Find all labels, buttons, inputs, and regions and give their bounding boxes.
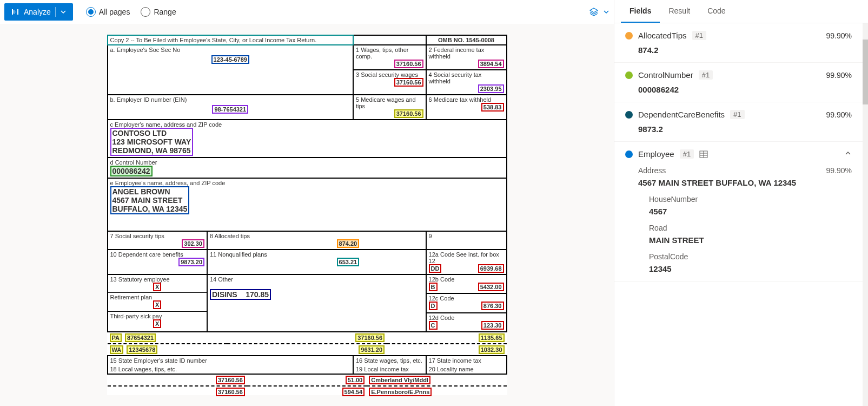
fields-list[interactable]: AllocatedTips #1 99.90% 874.2 ControlNum… [614,23,863,406]
state2-wages: 9631.20 [359,345,385,354]
sub-address-conf: 99.90% [826,166,852,175]
field-allocated-tips[interactable]: AllocatedTips #1 99.90% 874.2 [614,23,863,63]
value-box5: 37160.56 [394,109,423,118]
label-box12c: 12c Code [429,295,454,302]
label-box12d: 12d Code [429,315,455,321]
tab-code[interactable]: Code [699,0,734,23]
analyze-button[interactable]: Analyze [4,3,73,21]
field-value: 874.2 [638,45,852,55]
value-box7: 302.30 [182,239,204,248]
label-box13: 13 Statutory employee [110,276,170,283]
main-panel: Analyze All pages Range [0,0,614,406]
svg-rect-4 [16,11,16,13]
analyze-label: Analyze [24,8,51,16]
sub-postal-label: PostalCode [649,252,852,261]
chevron-down-icon[interactable] [603,9,609,15]
local1-name: Cmberland Vly/Mddl [369,376,430,384]
toolbar: Analyze All pages Range [0,0,614,24]
svg-rect-1 [17,9,18,15]
value-box1: 37160.56 [394,60,423,68]
table-icon [699,150,708,159]
chevron-down-icon [60,9,67,15]
field-dot [625,150,633,158]
document-page: Copy 2 -- To Be Filed with Employee's St… [107,35,507,395]
box12d-val: 123.30 [481,321,504,330]
field-confidence: 99.90% [826,110,852,119]
field-employee[interactable]: Employee #1 Address99.90% 4567 MAIN STRE… [614,142,863,281]
local2-tax: 594.54 [342,388,365,396]
label-box7: 7 Social security tips [110,233,164,239]
label-box10: 10 Dependent care benefits [110,251,183,258]
label-box15: 15 State Employer's state ID number [110,357,207,364]
value-box2: 3894.54 [478,60,504,68]
field-badge: #1 [730,110,744,119]
label-box5: 5 Medicare wages and tips [356,96,416,109]
label-retirement: Retirement plan [110,294,153,300]
value-ein: 98-7654321 [212,105,248,114]
state1: PA [110,333,122,342]
tabs: Fields Result Code [614,0,868,23]
label-box11: 11 Nonqualified plans [210,251,267,258]
box13-ret-x: X [153,300,161,309]
tab-result[interactable]: Result [660,0,699,23]
field-control-number[interactable]: ControlNumber #1 99.90% 000086242 [614,63,863,102]
value-box6: 538.83 [481,103,504,112]
label-box8: 8 Allocated tips [210,233,250,239]
sub-postal-value: 12345 [649,264,852,273]
label-box6: 6 Medicare tax withheld [429,96,492,103]
state1-tax: 1135.65 [479,333,505,342]
value-box8: 874.20 [337,239,360,248]
label-box19: 19 Local income tax [356,366,409,372]
field-name: ControlNumber [638,70,693,80]
field-dependent-care[interactable]: DependentCareBenefits #1 99.90% 9873.2 [614,102,863,142]
state1-id: 87654321 [125,333,156,342]
scrollbar[interactable] [863,23,868,406]
value-employer: CONTOSO LTD 123 MICROSOFT WAY REDMOND, W… [110,128,194,156]
sub-address-label: Address [638,166,666,175]
field-dot [625,111,633,119]
state2: WA [110,345,124,354]
tab-fields[interactable]: Fields [621,0,660,23]
form-omb: OMB NO. 1545-0008 [426,35,507,45]
label-box4: 4 Social security tax withheld [429,71,482,84]
label-control: d Control Number [110,159,157,166]
label-box12a: 12a Code See inst. for box 12 [429,251,499,264]
value-box3: 37160.56 [394,78,423,87]
scrollbar-thumb[interactable] [863,40,868,104]
document-viewer[interactable]: Copy 2 -- To Be Filed with Employee's St… [0,24,614,406]
field-confidence: 99.90% [826,71,852,80]
box13-sick-x: X [153,319,161,328]
label-employer: c Employer's name, address and ZIP code [110,121,222,128]
box12a-val: 6939.68 [478,264,504,273]
label-sickpay: Third-party sick pay [110,313,162,319]
svg-rect-2 [14,10,14,14]
value-ssn: 123-45-6789 [211,55,249,64]
field-value: 9873.2 [638,125,852,134]
sub-house-value: 4567 [649,207,852,216]
form-copy-note: Copy 2 -- To Be Filed with Employee's St… [110,37,317,43]
field-value: 000086242 [638,85,852,94]
state2-id: 12345678 [127,345,157,354]
radio-checked-icon [86,7,96,17]
value-box10: 9873.20 [178,258,204,266]
label-box1: 1 Wages, tips, other comp. [356,47,408,60]
analyze-icon [11,8,19,16]
label-box12b: 12b Code [429,276,455,283]
local2-wages: 37160.56 [216,388,245,396]
radio-unchecked-icon [141,7,150,17]
local1-wages: 37160.56 [216,376,245,384]
radio-all-pages-label: All pages [99,8,130,16]
sub-address-value: 4567 MAIN STREET BUFFALO, WA 12345 [638,178,852,187]
label-employee: e Employee's name, address, and ZIP code [110,180,226,186]
label-box14: 14 Other [210,276,233,283]
value-box11: 653.21 [337,258,360,266]
radio-range[interactable]: Range [141,7,176,17]
collapse-icon[interactable] [844,149,852,159]
field-dot [625,71,633,79]
box12a-code: DD [429,264,442,273]
box13-stat-x: X [153,283,161,291]
radio-all-pages[interactable]: All pages [86,7,130,17]
side-panel: Fields Result Code AllocatedTips #1 99.9… [614,0,868,406]
layers-icon[interactable] [589,7,599,17]
label-ssn: a. Employee's Soc Sec No [110,47,181,53]
